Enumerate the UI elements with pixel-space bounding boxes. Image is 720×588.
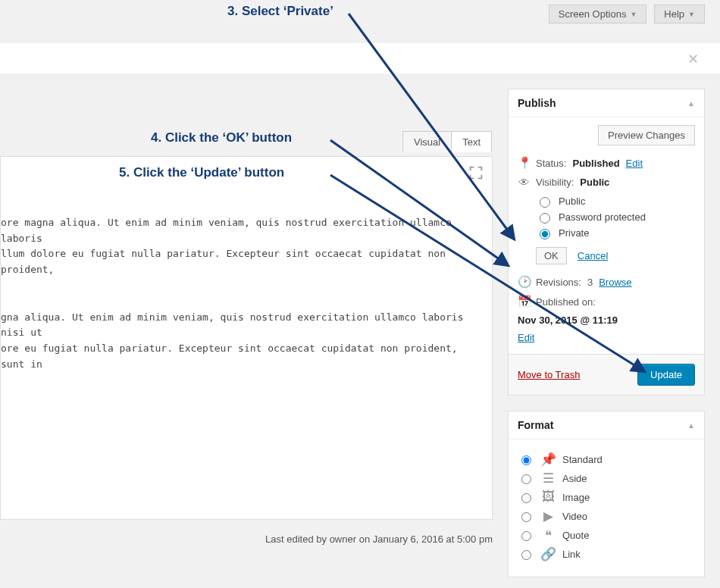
screen-options-label: Screen Options [559,8,627,20]
pin-icon: 📌 [541,452,555,466]
visibility-private[interactable]: Private [536,227,695,239]
revisions-row: 🕑 Revisions: 3 Browse [518,275,695,289]
update-button[interactable]: Update [637,364,695,386]
video-icon: ▶ [541,509,555,523]
title-bar: ✕ [0,43,720,74]
quote-icon: ❝ [541,528,555,542]
collapse-icon[interactable]: ▲ [687,99,695,108]
published-on-row: 📅 Published on: Nov 30, 2015 @ 11:19 [518,295,695,326]
help-label: Help [664,8,684,20]
image-icon: 🖼 [541,490,555,504]
link-icon: 🔗 [541,547,555,561]
editor[interactable]: Visual Text ore magna aliqua. Ut enim ad… [0,156,493,520]
format-box: Format ▲ 📌 Standard ☰ Aside [508,411,705,577]
close-icon[interactable]: ✕ [687,51,699,67]
visibility-row: 👁 Visibility: Public [518,176,695,189]
last-edited: Last edited by owner on January 6, 2016 … [0,526,493,552]
fullscreen-icon[interactable] [468,164,484,181]
format-quote[interactable]: ❝ Quote [518,528,695,542]
format-standard[interactable]: 📌 Standard [518,452,695,466]
tab-visual[interactable]: Visual [403,132,452,152]
tab-text[interactable]: Text [452,132,491,152]
screen-options-button[interactable]: Screen Options [549,5,647,23]
eye-icon: 👁 [518,176,530,189]
collapse-icon[interactable]: ▲ [687,421,695,430]
status-row: 📍 Status: Published Edit [518,156,695,170]
visibility-options: Public Password protected Private [536,195,695,239]
status-edit-link[interactable]: Edit [626,158,643,169]
format-title: Format [518,419,553,431]
visibility-public[interactable]: Public [536,195,695,208]
help-button[interactable]: Help [654,5,705,23]
publish-date-edit-link[interactable]: Edit [518,332,534,343]
format-aside[interactable]: ☰ Aside [518,471,695,485]
pin-icon: 📍 [518,156,530,170]
publish-box: Publish ▲ Preview Changes 📍 Status: Publ… [508,89,705,396]
aside-icon: ☰ [541,471,555,485]
calendar-icon: 📅 [518,295,530,308]
format-image[interactable]: 🖼 Image [518,490,695,504]
format-link[interactable]: 🔗 Link [518,547,695,561]
revisions-icon: 🕑 [518,275,530,289]
preview-changes-button[interactable]: Preview Changes [598,125,695,145]
visibility-password[interactable]: Password protected [536,211,695,224]
publish-title: Publish [518,97,556,109]
format-video[interactable]: ▶ Video [518,509,695,523]
ok-button[interactable]: OK [536,247,567,264]
browse-revisions-link[interactable]: Browse [599,277,631,288]
cancel-link[interactable]: Cancel [578,250,608,261]
editor-content[interactable]: ore magna aliqua. Ut enim ad minim venia… [1,157,492,388]
move-to-trash-link[interactable]: Move to Trash [518,369,580,380]
